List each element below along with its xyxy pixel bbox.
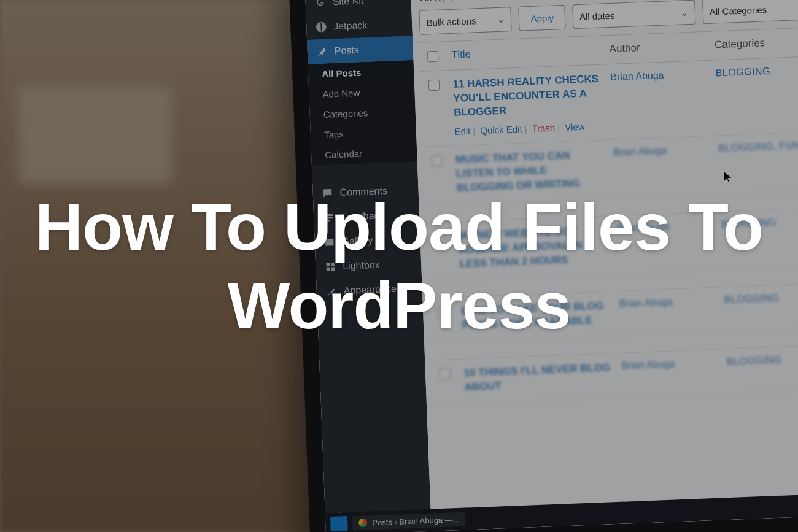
post-title-link[interactable]: 11 HARSH REALITY CHECKS YOU'LL ENCOUNTER…: [452, 72, 602, 120]
author-link[interactable]: Brian Abuga: [616, 221, 670, 233]
status-all[interactable]: All: [420, 0, 432, 3]
row-checkbox[interactable]: [440, 369, 451, 380]
trash-link[interactable]: Trash: [532, 122, 555, 133]
author-link[interactable]: Brian Abuga: [621, 359, 675, 371]
sidebar-item-gallery[interactable]: Gallery: [314, 226, 421, 255]
bulk-actions-select[interactable]: Bulk actions ⌄: [419, 7, 512, 35]
brush-icon: [325, 285, 338, 298]
g-icon: [314, 0, 327, 9]
row-checkbox[interactable]: [435, 231, 446, 242]
dates-label: All dates: [579, 10, 615, 21]
category-link[interactable]: BLOGGING: [721, 217, 777, 229]
author-link[interactable]: Brian Abuga: [613, 145, 667, 157]
chrome-icon: [358, 519, 368, 528]
mouse-cursor-icon: [722, 169, 734, 185]
status-published[interactable]: Published: [458, 0, 498, 1]
chevron-down-icon: ⌄: [497, 14, 505, 25]
category-link[interactable]: BLOGGING: [726, 355, 781, 367]
pin-icon: [316, 45, 328, 58]
wp-admin-sidebar: Site Kit Jetpack Posts All Posts Add New…: [305, 0, 432, 532]
category-link[interactable]: BLOGGING: [724, 293, 780, 305]
sidebar-item-jetpack[interactable]: Jetpack: [306, 11, 413, 40]
sidebar-item-posts[interactable]: Posts: [307, 36, 414, 64]
sidebar-item-label: Lightbox: [343, 260, 380, 272]
sidebar-item-label: Jetpack: [333, 20, 368, 32]
desk-object: [18, 86, 172, 184]
row-checkbox[interactable]: [432, 155, 443, 166]
wp-content-area: All (9) | Published (9) | Trash (2) Bulk…: [411, 0, 798, 531]
taskbar-tab-title: Posts ‹ Brian Abuga —...: [372, 514, 460, 526]
categories-label: All Categories: [709, 4, 767, 17]
sidebar-item-feedback[interactable]: Feedback: [313, 202, 420, 231]
status-all-count: (9): [434, 0, 446, 2]
post-title-link[interactable]: 10 THINGS I'LL NEVER BLOG ABOUT: [463, 361, 613, 395]
category-link[interactable]: BLOGGING, FUN: [718, 140, 798, 153]
row-checkbox[interactable]: [437, 307, 449, 318]
post-title-link[interactable]: MY NEW WEBSITE GOT ADSENSE APPROVAL IN L…: [459, 223, 608, 271]
jetpack-icon: [315, 21, 328, 34]
lightbox-icon: [324, 260, 337, 273]
start-button[interactable]: [330, 516, 348, 531]
select-all-checkbox[interactable]: [427, 51, 439, 63]
sidebar-item-lightbox[interactable]: Lightbox: [316, 251, 422, 280]
category-link[interactable]: BLOGGING: [715, 66, 770, 78]
sidebar-item-comments[interactable]: Comments: [312, 177, 419, 206]
view-link[interactable]: View: [565, 121, 585, 132]
header-title[interactable]: Title: [451, 48, 471, 61]
row-actions: Edit| Quick Edit| Trash| View: [454, 120, 603, 136]
sidebar-item-label: Gallery: [341, 235, 373, 247]
laptop-screen: Site Kit Jetpack Posts All Posts Add New…: [305, 0, 798, 532]
dates-select[interactable]: All dates ⌄: [572, 0, 695, 29]
bulk-actions-label: Bulk actions: [426, 15, 476, 28]
quick-edit-link[interactable]: Quick Edit: [480, 123, 522, 136]
taskbar-tab-chrome[interactable]: Posts ‹ Brian Abuga —...: [352, 512, 466, 530]
sidebar-item-label: Comments: [339, 185, 387, 198]
header-author[interactable]: Author: [609, 42, 640, 55]
chevron-down-icon: ⌄: [680, 7, 689, 18]
author-link[interactable]: Brian Abuga: [610, 70, 664, 82]
apply-button[interactable]: Apply: [519, 5, 566, 31]
comment-icon: [321, 187, 334, 199]
post-title-link[interactable]: MUSIC THAT YOU CAN LISTEN TO WHILE BLOGG…: [455, 147, 605, 195]
sidebar-item-label: Site Kit: [332, 0, 363, 7]
categories-select[interactable]: All Categories: [702, 0, 798, 24]
sidebar-item-label: Posts: [334, 45, 359, 57]
laptop-frame: Site Kit Jetpack Posts All Posts Add New…: [289, 0, 798, 532]
posts-submenu: All Posts Add New Categories Tags Calend…: [308, 60, 418, 165]
row-checkbox[interactable]: [428, 80, 440, 91]
edit-link[interactable]: Edit: [454, 126, 470, 137]
author-link[interactable]: Brian Abuga: [619, 297, 673, 309]
posts-table: Title Author Categories 11 HARSH REALITY…: [419, 26, 798, 405]
feedback-icon: [322, 211, 335, 224]
sidebar-item-appearance[interactable]: Appearance: [316, 276, 423, 304]
sidebar-item-label: Appearance: [343, 283, 397, 296]
gallery-icon: [323, 236, 336, 249]
post-title-link[interactable]: HOW TO MAKE YOUR BLOG POSTS MORE READABL…: [461, 299, 610, 333]
table-row: 11 HARSH REALITY CHECKS YOU'LL ENCOUNTER…: [420, 56, 798, 147]
sidebar-item-label: Feedback: [341, 210, 384, 223]
header-categories[interactable]: Categories: [715, 37, 765, 50]
